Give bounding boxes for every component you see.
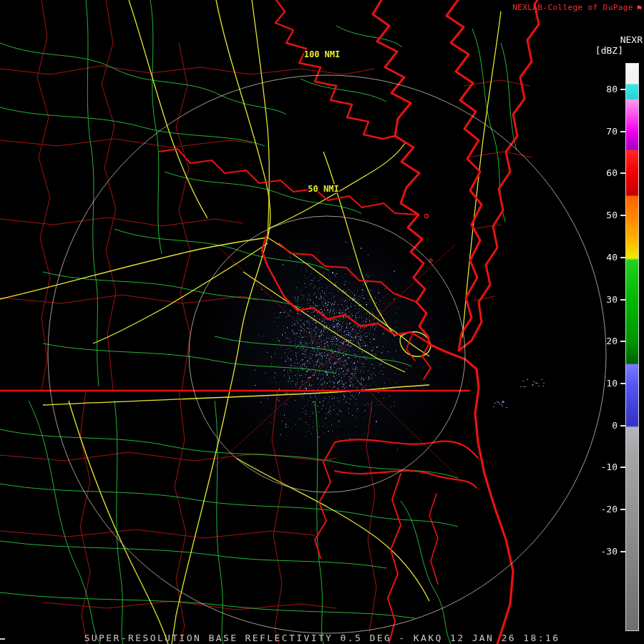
radar-viewer: 100 NMI 50 NMI NEXLAB-College of DuPage … (0, 0, 644, 644)
brand-text: NEXLAB-College of DuPage (512, 3, 633, 12)
frame-corner-tick (0, 638, 5, 640)
highways-layer (0, 0, 501, 644)
brand-logo-icon: ⚑ (637, 4, 642, 12)
product-status-text: SUPER-RESOLUTION BASE REFLECTIVITY 0.5 D… (0, 633, 644, 643)
colorbar-title: NEXR (620, 34, 643, 45)
colorbar-unit: [dBZ] (595, 45, 623, 56)
roads-layer (0, 0, 517, 644)
brand: NEXLAB-College of DuPage ⚑ (512, 3, 642, 12)
range-rings-layer (48, 75, 606, 633)
range-ring-label-100nmi: 100 NMI (304, 49, 341, 59)
range-ring-label-50nmi: 50 NMI (308, 184, 338, 194)
range-ring-100nmi (48, 75, 606, 633)
colorbar-gradient (625, 63, 639, 631)
radar-map: 100 NMI 50 NMI (0, 0, 644, 644)
